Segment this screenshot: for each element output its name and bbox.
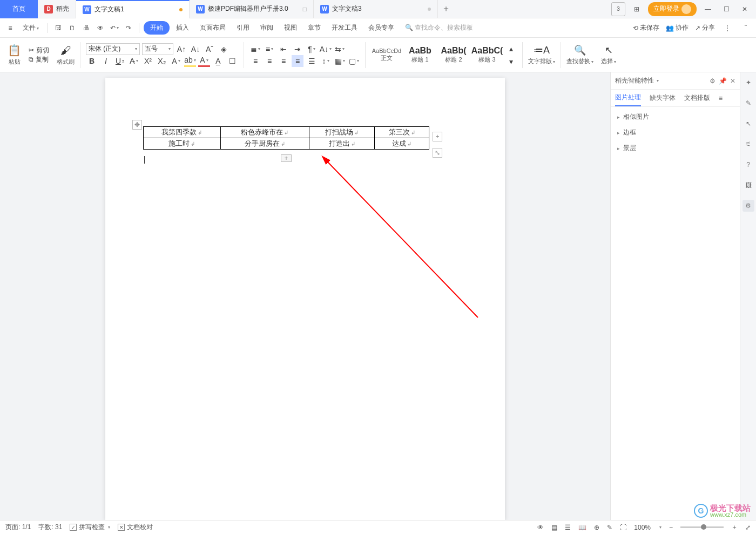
distribute-button[interactable]: ☰: [306, 55, 318, 67]
table-row[interactable]: 施工时↲ 分手厨房在↲ 打造出↲ 达成↲: [144, 138, 429, 150]
bold-button[interactable]: B: [86, 55, 98, 67]
side-sparkle-icon[interactable]: ✦: [742, 77, 754, 89]
style-h3[interactable]: AaBbC(标题 3: [471, 44, 503, 66]
view-eye-icon[interactable]: 👁: [537, 524, 544, 531]
indent-button[interactable]: ⇥: [292, 43, 303, 55]
menu-view[interactable]: 视图: [280, 21, 301, 35]
menu-dev[interactable]: 开发工具: [327, 21, 362, 35]
select-button[interactable]: ↖ 选择▾: [598, 39, 619, 71]
decrease-font-icon[interactable]: A↓: [190, 43, 201, 55]
zoom-slider[interactable]: [680, 526, 724, 528]
align-right-button[interactable]: ≡: [278, 55, 289, 67]
copy-button[interactable]: ⧉复制: [29, 55, 49, 64]
side-slider-icon[interactable]: ⚟: [742, 138, 754, 150]
search-input[interactable]: 🔍 查找命令、搜索模板: [401, 23, 477, 32]
print-icon[interactable]: 🖶: [80, 22, 92, 34]
collab-button[interactable]: 👥 协作: [666, 23, 688, 32]
panel-item-border[interactable]: ▸边框: [617, 128, 733, 137]
highlight-button[interactable]: ab▾: [184, 55, 196, 67]
menu-section[interactable]: 章节: [303, 21, 325, 35]
shading-button[interactable]: ▦▾: [334, 55, 346, 67]
document-table[interactable]: 我第四季款↲ 粉色赤峰市在↲ 打扫战场↲ 第三次↲ 施工时↲ 分手厨房在↲ 打造…: [143, 126, 429, 150]
hamburger-icon[interactable]: ≡: [4, 22, 16, 34]
increase-font-icon[interactable]: A↑: [176, 43, 187, 55]
close-panel-icon[interactable]: ✕: [730, 77, 735, 85]
tab-home[interactable]: 首页: [0, 0, 38, 18]
print-preview-icon[interactable]: 👁: [94, 22, 106, 34]
table-row[interactable]: 我第四季款↲ 粉色赤峰市在↲ 打扫战场↲ 第三次↲: [144, 127, 429, 138]
bullets-button[interactable]: ≣▾: [249, 43, 261, 55]
char-border-button[interactable]: ☐: [226, 55, 238, 67]
show-marks-button[interactable]: ¶▾: [306, 43, 318, 55]
menu-layout[interactable]: 页面布局: [195, 21, 230, 35]
panel-item-similar[interactable]: ▸相似图片: [617, 112, 733, 121]
view-read-icon[interactable]: 📖: [578, 524, 586, 531]
styles-down-icon[interactable]: ▾: [505, 56, 517, 67]
line-spacing-button[interactable]: ↕▾: [320, 55, 332, 67]
status-spellcheck[interactable]: ✓拼写检查▾: [70, 523, 110, 532]
more-icon[interactable]: ⋮: [721, 22, 733, 34]
status-proof[interactable]: ✕文档校对: [118, 523, 153, 532]
panel-title[interactable]: 稻壳智能特性▾: [615, 76, 659, 85]
font-size-select[interactable]: 五号▾: [142, 43, 173, 55]
tab-daoke[interactable]: D 稻壳: [38, 0, 76, 18]
tab-add-button[interactable]: ＋: [438, 3, 454, 15]
view-outline-icon[interactable]: ☰: [565, 524, 571, 531]
menu-start[interactable]: 开始: [144, 21, 170, 35]
tab-close-icon[interactable]: □: [303, 5, 307, 13]
add-row-button[interactable]: +: [281, 154, 292, 162]
unsaved-button[interactable]: ⟲ 未保存: [633, 23, 659, 32]
tab-doc1[interactable]: W 文字文稿1: [76, 0, 190, 18]
align-justify-button[interactable]: ≡: [292, 55, 303, 67]
table-cell[interactable]: 我第四季款↲: [144, 127, 221, 138]
side-image-icon[interactable]: 🖼: [742, 179, 754, 191]
menu-review[interactable]: 审阅: [256, 21, 278, 35]
table-resize-handle[interactable]: ⤡: [433, 148, 442, 158]
menu-insert[interactable]: 插入: [172, 21, 193, 35]
gear-icon[interactable]: ⚙: [710, 77, 716, 85]
apps-icon[interactable]: ⊞: [630, 2, 644, 16]
table-add-col-handle[interactable]: +: [433, 132, 442, 141]
sort-button[interactable]: A↓▾: [320, 43, 332, 55]
table-cell[interactable]: 粉色赤峰市在↲: [220, 127, 309, 138]
maximize-icon[interactable]: ☐: [719, 2, 733, 16]
table-cell[interactable]: 第三次↲: [375, 127, 429, 138]
table-move-handle[interactable]: ✥: [132, 120, 142, 130]
align-left-button[interactable]: ≡: [249, 55, 261, 67]
collapse-ribbon-icon[interactable]: ˆ: [740, 22, 752, 34]
char-shading-button[interactable]: A̲: [212, 55, 224, 67]
subscript-button[interactable]: X₂: [156, 55, 168, 67]
status-page[interactable]: 页面: 1/1: [5, 523, 31, 532]
underline-button[interactable]: U▾: [114, 55, 126, 67]
zoom-value[interactable]: 100%: [634, 524, 651, 531]
side-pencil-icon[interactable]: ✎: [742, 97, 754, 109]
menu-member[interactable]: 会员专享: [364, 21, 399, 35]
borders-button[interactable]: ▢▾: [348, 55, 360, 67]
clear-format-icon[interactable]: ◈: [218, 43, 230, 55]
font-color-button[interactable]: A▾: [198, 55, 210, 67]
superscript-button[interactable]: X²: [142, 55, 154, 67]
share-button[interactable]: ↗ 分享: [695, 23, 715, 32]
save-as-icon[interactable]: 🗋: [66, 22, 78, 34]
italic-button[interactable]: I: [100, 55, 112, 67]
fit-icon[interactable]: ⛶: [620, 524, 626, 531]
file-menu[interactable]: 文件▾: [18, 21, 43, 35]
style-h2[interactable]: AaBb(标题 2: [438, 44, 469, 66]
paste-group[interactable]: 📋 粘贴: [4, 39, 24, 71]
panel-item-layer[interactable]: ▸景层: [617, 144, 733, 153]
zoom-in-icon[interactable]: ＋: [731, 523, 738, 532]
styles-up-icon[interactable]: ▴: [505, 43, 517, 55]
tab-doc3[interactable]: W 文字文稿3: [314, 0, 438, 18]
table-cell[interactable]: 打扫战场↲: [309, 127, 375, 138]
style-h1[interactable]: AaBb标题 1: [404, 44, 436, 66]
style-normal[interactable]: AaBbCcDd正文: [371, 44, 402, 66]
panel-tab-font[interactable]: 缺失字体: [650, 90, 676, 106]
menu-ref[interactable]: 引用: [232, 21, 254, 35]
tab-button[interactable]: ⇆▾: [334, 43, 346, 55]
view-print-icon[interactable]: ✎: [607, 524, 612, 531]
status-words[interactable]: 字数: 31: [38, 523, 62, 532]
cut-button[interactable]: ✂剪切: [29, 46, 49, 55]
font-name-select[interactable]: 宋体 (正文)▾: [86, 43, 140, 55]
panel-tab-image[interactable]: 图片处理: [615, 90, 641, 106]
close-icon[interactable]: ✕: [738, 2, 752, 16]
